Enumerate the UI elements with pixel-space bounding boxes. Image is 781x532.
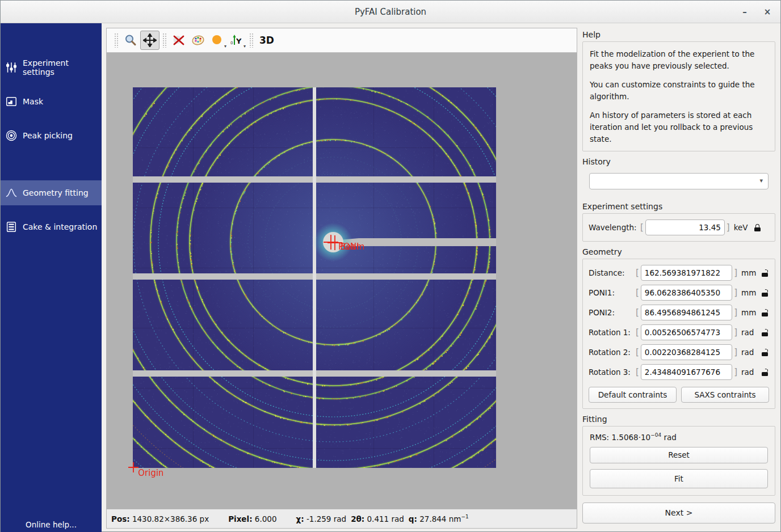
bracket-close: ] <box>732 347 739 357</box>
geometry-row-rotation3: Rotation 3: [ 2.43484091677676 ] rad <box>589 364 769 380</box>
y-axis-icon: 0 Y <box>230 33 243 47</box>
y-axis-orientation-button[interactable]: 0 Y ▾ <box>227 31 246 50</box>
bracket-close: ] <box>732 288 739 298</box>
bracket-open: [ <box>634 288 641 298</box>
lock-open-icon[interactable] <box>761 328 769 337</box>
saxs-constraints-button[interactable]: SAXS contraints <box>681 387 769 403</box>
wavelength-unit: keV <box>734 223 752 232</box>
pan-arrows-icon <box>143 33 157 47</box>
sidebar-item-label: Geometry fitting <box>23 188 89 197</box>
bracket-close: ] <box>725 222 732 233</box>
sidebar-item-label: Peak picking <box>23 131 73 140</box>
bracket-open: [ <box>634 367 641 377</box>
distance-input[interactable]: 162.569381971822 <box>641 265 732 281</box>
geometry-row-rotation1: Rotation 1: [ 0.00526506574773 ] rad <box>589 324 769 340</box>
field-unit: mm <box>741 268 759 277</box>
cursor-position: Pos: 1430.82×386.36 px <box>111 514 209 523</box>
plot-toolbar: ▾ 0 Y ▾ 3D <box>107 28 577 52</box>
concentric-rings-icon <box>5 129 18 142</box>
rotation1-input[interactable]: 0.00526506574773 <box>641 324 732 340</box>
detector-plot-area[interactable] <box>107 52 577 509</box>
sidebar-item-cake-integration[interactable]: Cake & integration <box>1 214 102 239</box>
plot-status-bar: Pos: 1430.82×386.36 px Pixel: 6.000 χ: -… <box>107 509 577 528</box>
q-value: q: 27.844 nm−1 <box>409 514 469 523</box>
red-cross-icon <box>172 33 186 47</box>
3d-view-button[interactable]: 3D <box>259 35 274 46</box>
field-label: PONI2: <box>589 308 634 317</box>
lock-open-icon[interactable] <box>761 269 769 277</box>
reset-button[interactable]: Reset <box>590 447 768 463</box>
field-label: Rotation 2: <box>589 348 634 357</box>
toolbar-grip[interactable] <box>249 33 253 48</box>
next-button[interactable]: Next > <box>582 503 775 523</box>
sidebar-item-mask[interactable]: Mask <box>1 89 102 114</box>
gaussian-peak-icon <box>5 187 18 199</box>
dropdown-arrow-icon: ▾ <box>243 44 246 49</box>
zoom-tool-button[interactable] <box>121 31 140 50</box>
field-unit: rad <box>741 328 759 337</box>
fit-button[interactable]: Fit <box>590 469 768 488</box>
rotation2-input[interactable]: 0.00220368284125 <box>641 344 732 360</box>
default-constraints-button[interactable]: Default contraints <box>589 387 677 403</box>
sidebar-item-experiment-settings[interactable]: Experiment settings <box>1 55 102 80</box>
orange-dot-icon <box>211 33 224 47</box>
field-label: Rotation 1: <box>589 328 634 337</box>
geometry-box: Distance: [ 162.569381971822 ] mm PONI1:… <box>582 259 775 409</box>
toolbar-grip[interactable] <box>114 33 118 48</box>
app-window: PyFAI Calibration – × Experiment setting… <box>0 0 781 532</box>
colormap-button[interactable] <box>188 31 208 50</box>
help-box: Fit the modelization of the experient to… <box>582 41 775 151</box>
chevron-down-icon: ▾ <box>759 177 763 184</box>
title-bar: PyFAI Calibration – × <box>1 1 780 23</box>
two-theta-value: 2θ: 0.411 rad <box>351 514 404 523</box>
lock-closed-icon[interactable] <box>753 223 762 232</box>
magnifier-icon <box>124 33 137 47</box>
sidebar-item-peak-picking[interactable]: Peak picking <box>1 123 102 148</box>
poni1-input[interactable]: 96.0628386405350 <box>641 285 732 301</box>
history-dropdown[interactable]: ▾ <box>589 173 769 189</box>
rotation3-input[interactable]: 2.43484091677676 <box>641 364 732 380</box>
geometry-row-distance: Distance: [ 162.569381971822 ] mm <box>589 265 769 281</box>
plot-panel: ▾ 0 Y ▾ 3D Pos: 1430.82×386.36 px Pixel:… <box>106 28 577 529</box>
toolbar-grip[interactable] <box>162 33 166 48</box>
help-section-title: Help <box>582 30 775 39</box>
sidebar-item-label: Mask <box>23 97 43 106</box>
bracket-open: [ <box>634 327 641 337</box>
geometry-row-rotation2: Rotation 2: [ 0.00220368284125 ] rad <box>589 344 769 360</box>
help-paragraph: An history of parameters is stored at ea… <box>590 109 768 145</box>
window-title: PyFAI Calibration <box>1 7 780 17</box>
wavelength-input[interactable]: 13.45 <box>645 219 725 235</box>
poni2-input[interactable]: 86.4956894861245 <box>641 305 732 320</box>
experiment-settings-title: Experiment settings <box>582 202 775 211</box>
history-section-title: History <box>582 157 775 166</box>
fitting-section-title: Fitting <box>582 415 775 424</box>
bracket-open: [ <box>634 347 641 357</box>
bracket-open: [ <box>634 268 641 278</box>
integration-lines-icon <box>5 221 18 233</box>
close-button[interactable]: × <box>760 5 775 19</box>
chi-value: χ: -1.259 rad <box>296 514 347 523</box>
experiment-settings-box: Wavelength: [ 13.45 ] keV <box>582 213 775 242</box>
minimize-button[interactable]: – <box>737 5 752 19</box>
online-help-link[interactable]: Online help... <box>1 520 102 529</box>
sidebar-item-geometry-fitting[interactable]: Geometry fitting <box>1 180 102 205</box>
field-label: Distance: <box>589 268 634 277</box>
lock-open-icon[interactable] <box>761 289 769 297</box>
geometry-row-poni1: PONI1: [ 96.0628386405350 ] mm <box>589 285 769 301</box>
bracket-open: [ <box>634 307 641 318</box>
bracket-close: ] <box>732 367 739 377</box>
bracket-close: ] <box>732 307 739 318</box>
lock-open-icon[interactable] <box>761 368 769 377</box>
pan-tool-button[interactable] <box>140 31 159 50</box>
rms-readout: RMS: 1.5068·10−04 rad <box>590 432 768 442</box>
marker-style-button[interactable]: ▾ <box>208 31 227 50</box>
geometry-row-poni2: PONI2: [ 86.4956894861245 ] mm <box>589 305 769 320</box>
settings-panel: Help Fit the modelization of the experie… <box>577 23 781 532</box>
lock-open-icon[interactable] <box>761 309 769 317</box>
lock-open-icon[interactable] <box>761 348 769 357</box>
clear-selection-button[interactable] <box>169 31 188 50</box>
svg-text:Y: Y <box>236 37 242 45</box>
bracket-close: ] <box>732 327 739 337</box>
geometry-section-title: Geometry <box>582 247 775 256</box>
diffraction-image-canvas[interactable] <box>107 53 577 509</box>
